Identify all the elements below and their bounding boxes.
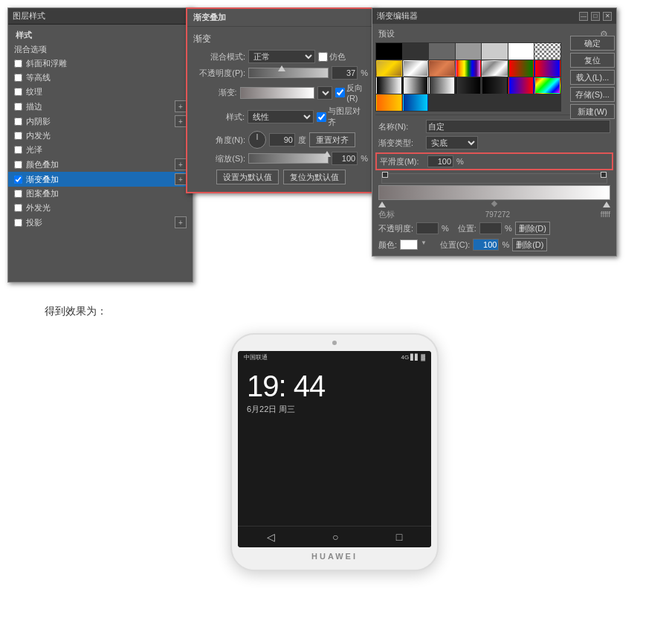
opacity-slider[interactable]: [248, 68, 329, 78]
preset-swatch-trans2[interactable]: [456, 77, 482, 94]
ged-opacity-stop-right[interactable]: [601, 172, 607, 178]
texture-checkbox[interactable]: [14, 88, 22, 96]
pattern-overlay-item[interactable]: 图案叠加: [8, 187, 193, 201]
scale-row: 缩放(S): %: [187, 150, 374, 167]
ged-load-btn[interactable]: 载入(L)...: [570, 70, 615, 85]
ged-new-btn[interactable]: 新建(W): [570, 104, 615, 119]
phone-time-display: 19: 44 6月22日 周三: [238, 364, 431, 418]
ged-color-dropdown-icon[interactable]: ▼: [421, 239, 431, 250]
inner-shadow-item[interactable]: 内阴影 +: [8, 114, 193, 129]
drop-shadow-checkbox[interactable]: [14, 219, 22, 227]
preset-swatch-warm[interactable]: [376, 94, 402, 111]
ged-minimize-btn[interactable]: —: [579, 12, 588, 21]
ged-position2-input[interactable]: [473, 239, 499, 251]
ged-color-stop-right-marker[interactable]: [603, 202, 610, 207]
gradient-dropdown[interactable]: ▼: [317, 86, 332, 100]
ged-reset-btn[interactable]: 复位: [570, 53, 615, 68]
style-select[interactable]: 线性: [248, 110, 314, 123]
blend-mode-select[interactable]: 正常: [248, 50, 315, 63]
blend-options-item[interactable]: 混合选项: [8, 42, 193, 57]
preset-swatch-trans1[interactable]: [429, 77, 455, 94]
inner-shadow-plus-btn[interactable]: +: [175, 115, 187, 127]
outer-glow-item[interactable]: 外发光: [8, 201, 193, 215]
ged-save-btn[interactable]: 存储(S)...: [570, 87, 615, 102]
drop-shadow-item[interactable]: 投影 +: [8, 215, 193, 230]
ged-opacity-bar[interactable]: [381, 173, 607, 184]
reset-align-btn[interactable]: 重置对齐: [309, 132, 355, 147]
outer-glow-checkbox[interactable]: [14, 204, 22, 212]
align-layer-checkbox[interactable]: [317, 112, 326, 122]
contour-item[interactable]: 等高线: [8, 71, 193, 85]
phone-nav-back-icon[interactable]: ◁: [267, 531, 275, 543]
color-overlay-checkbox[interactable]: [14, 161, 22, 169]
angle-dial[interactable]: [248, 131, 266, 149]
preset-swatch-bw[interactable]: [376, 77, 402, 94]
phone-nav-home-icon[interactable]: ○: [332, 531, 338, 543]
ged-name-input[interactable]: [426, 120, 610, 133]
scale-input[interactable]: [332, 152, 358, 165]
preset-swatch-rainbow[interactable]: [456, 60, 482, 77]
opacity-input[interactable]: [332, 66, 358, 80]
ged-opacity-bottom-input[interactable]: [416, 222, 439, 234]
ged-position-input[interactable]: [479, 222, 502, 234]
simulate-checkbox[interactable]: [318, 52, 328, 62]
ged-close-btn[interactable]: ✕: [603, 12, 612, 21]
ged-delete2-btn[interactable]: 删除(D): [512, 238, 547, 251]
ged-smoothness-input[interactable]: [427, 155, 453, 167]
ged-gradient-main-bar[interactable]: [378, 185, 610, 200]
inner-glow-checkbox[interactable]: [14, 132, 22, 140]
preset-swatch-silver2[interactable]: [403, 60, 429, 77]
stroke-checkbox[interactable]: [14, 103, 22, 111]
preset-swatch-rb[interactable]: [534, 60, 560, 77]
preset-swatch-rg[interactable]: [508, 60, 534, 77]
stroke-item[interactable]: 描边 +: [8, 99, 193, 114]
drop-shadow-plus-btn[interactable]: +: [175, 216, 187, 228]
texture-item[interactable]: 纹理: [8, 85, 193, 99]
reset-default-btn[interactable]: 复位为默认值: [283, 170, 346, 184]
bevel-emboss-checkbox[interactable]: [14, 59, 22, 68]
angle-input[interactable]: [269, 133, 295, 146]
contour-checkbox[interactable]: [14, 74, 22, 82]
preset-swatch-color1[interactable]: [508, 77, 534, 94]
gradient-bar[interactable]: [240, 87, 315, 99]
reverse-checkbox[interactable]: [335, 88, 345, 97]
preset-swatch-transparent[interactable]: [534, 43, 560, 59]
phone-nav-recent-icon[interactable]: □: [396, 531, 402, 543]
preset-swatch-color2[interactable]: [534, 77, 560, 94]
gradient-overlay-checkbox[interactable]: [14, 176, 22, 184]
color-overlay-item[interactable]: 颜色叠加 +: [8, 157, 193, 172]
ged-ok-btn[interactable]: 确定: [570, 36, 615, 51]
preset-swatch-darkgray[interactable]: [403, 43, 429, 59]
ged-opacity-stop-left[interactable]: [382, 172, 388, 178]
scale-slider[interactable]: [248, 153, 329, 164]
satin-item[interactable]: 光泽: [8, 143, 193, 157]
preset-swatch-lightgray[interactable]: [456, 43, 482, 59]
ged-type-select[interactable]: 实底: [426, 136, 478, 149]
set-default-btn[interactable]: 设置为默认值: [216, 170, 279, 184]
preset-swatch-wb[interactable]: [403, 77, 429, 94]
preset-swatch-white[interactable]: [508, 43, 534, 59]
pattern-overlay-checkbox[interactable]: [14, 190, 22, 198]
preset-swatch-gold[interactable]: [376, 60, 402, 77]
inner-shadow-checkbox[interactable]: [14, 117, 22, 126]
ged-midpoint-marker[interactable]: [491, 201, 497, 207]
preset-swatch-silver[interactable]: [482, 43, 508, 59]
ged-delete-btn[interactable]: 删除(D): [515, 222, 550, 235]
satin-checkbox[interactable]: [14, 146, 22, 154]
gradient-overlay-plus-btn[interactable]: +: [175, 173, 187, 185]
preset-swatch-gray[interactable]: [429, 43, 455, 59]
ged-restore-btn[interactable]: □: [591, 12, 600, 21]
preset-swatch-blk-trans[interactable]: [482, 77, 508, 94]
ged-color-stop-left-marker[interactable]: [378, 202, 386, 207]
color-overlay-plus-btn[interactable]: +: [175, 158, 187, 170]
inner-glow-item[interactable]: 内发光: [8, 129, 193, 143]
stroke-plus-btn[interactable]: +: [175, 100, 187, 112]
preset-swatch-black[interactable]: [376, 43, 402, 59]
ged-color-swatch[interactable]: [400, 239, 418, 250]
preset-swatch-chrome[interactable]: [482, 60, 508, 77]
preset-swatch-copper[interactable]: [429, 60, 455, 77]
gradient-overlay-item[interactable]: 渐变叠加 +: [8, 172, 193, 187]
bevel-emboss-item[interactable]: 斜面和浮雕: [8, 57, 193, 71]
ged-smoothness-row: 平滑度(M): %: [375, 152, 613, 170]
preset-swatch-cool[interactable]: [403, 94, 429, 111]
